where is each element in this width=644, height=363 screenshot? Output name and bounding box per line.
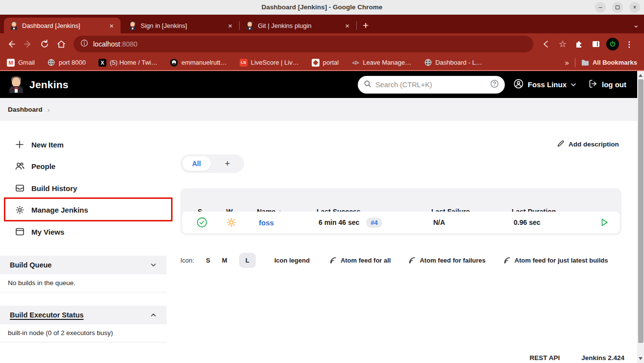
scroll-up-icon[interactable] bbox=[637, 72, 644, 79]
all-bookmarks-button[interactable]: All Bookmarks bbox=[581, 59, 637, 67]
address-bar[interactable]: localhost:8080 bbox=[74, 36, 533, 52]
new-tab-button[interactable]: + bbox=[357, 20, 374, 31]
toolbar-actions: ☆ ⋮ bbox=[538, 36, 637, 52]
share-icon[interactable] bbox=[538, 36, 554, 52]
bookmarks-overflow-chevron[interactable]: » bbox=[565, 58, 569, 67]
tab-close-icon[interactable]: × bbox=[343, 22, 351, 30]
atom-feed-all-link[interactable]: Atom feed for all bbox=[329, 256, 391, 264]
close-button[interactable]: × bbox=[629, 2, 640, 13]
jenkins-favicon-icon bbox=[128, 22, 137, 30]
icon-size-small[interactable]: S bbox=[206, 257, 210, 264]
user-menu[interactable]: Foss Linux bbox=[513, 78, 576, 91]
browser-toolbar: localhost:8080 ☆ ⋮ bbox=[0, 33, 644, 55]
user-name: Foss Linux bbox=[528, 80, 567, 89]
sidebar-item-people[interactable]: People bbox=[0, 158, 167, 174]
new-view-button[interactable]: + bbox=[211, 159, 244, 169]
build-executor-status-header[interactable]: Build Executor Status bbox=[0, 306, 167, 324]
chrome-menu-kebab-icon[interactable]: ⋮ bbox=[621, 36, 637, 52]
extensions-puzzle-icon[interactable] bbox=[571, 36, 587, 52]
page-scrollbar[interactable] bbox=[637, 71, 644, 363]
icon-legend-link[interactable]: Icon legend bbox=[274, 257, 310, 264]
rss-icon bbox=[329, 256, 337, 264]
icon-size-label: Icon: bbox=[180, 257, 194, 264]
scroll-down-icon[interactable] bbox=[637, 355, 644, 362]
bookmark-twitter-home[interactable]: X (5) Home / Twi… bbox=[99, 59, 157, 67]
portal-icon bbox=[312, 59, 320, 67]
bookmark-port-8000[interactable]: port 8000 bbox=[48, 59, 86, 67]
sidebar-item-new-item[interactable]: New Item bbox=[0, 136, 167, 153]
rest-api-link[interactable]: REST API bbox=[529, 354, 560, 362]
pencil-icon bbox=[557, 140, 565, 149]
jenkins-header: Jenkins Foss Linux bbox=[0, 71, 637, 98]
atom-feed-latest-link[interactable]: Atom feed for just latest builds bbox=[503, 256, 608, 264]
screen: Dashboard [Jenkins] - Google Chrome – × … bbox=[0, 0, 644, 363]
atom-feed-failures-link[interactable]: Atom feed for failures bbox=[408, 256, 485, 264]
globe-icon bbox=[48, 59, 55, 67]
breadcrumb-dashboard[interactable]: Dashboard bbox=[8, 106, 43, 113]
bookmark-github-profile[interactable]: emmanuelrutt… bbox=[170, 59, 226, 67]
tab-strip: Dashboard [Jenkins] × Sign in [Jenkins] … bbox=[0, 15, 644, 33]
chevron-up-icon[interactable] bbox=[150, 312, 157, 318]
status-success-icon[interactable] bbox=[195, 212, 209, 233]
x-icon: X bbox=[99, 59, 106, 67]
side-panel-icon[interactable] bbox=[588, 36, 604, 52]
sidebar-item-build-history[interactable]: Build History bbox=[0, 180, 167, 196]
bookmark-star-icon[interactable]: ☆ bbox=[555, 36, 570, 52]
last-failure-value: N/A bbox=[433, 218, 445, 226]
forward-icon[interactable] bbox=[20, 36, 36, 52]
rss-icon bbox=[408, 256, 416, 264]
search-help-icon[interactable] bbox=[490, 79, 499, 90]
tab-search-chevron-icon[interactable]: ⌄ bbox=[633, 21, 639, 29]
back-icon[interactable] bbox=[3, 36, 20, 52]
archive-icon bbox=[15, 183, 25, 193]
window-controls: – × bbox=[595, 2, 640, 13]
bookmark-dashboard[interactable]: Dashboard - L… bbox=[424, 59, 482, 67]
jenkins-page: Jenkins Foss Linux bbox=[0, 71, 644, 363]
add-description-button[interactable]: Add description bbox=[557, 140, 619, 149]
legend-bar: Icon: S M L Icon legend Atom feed for al… bbox=[180, 253, 621, 267]
tab-sign-in-jenkins[interactable]: Sign in [Jenkins] × bbox=[123, 18, 239, 33]
search-input[interactable] bbox=[375, 81, 486, 89]
plus-icon bbox=[15, 140, 25, 149]
jenkins-version[interactable]: Jenkins 2.424 bbox=[581, 354, 624, 362]
site-info-icon[interactable] bbox=[80, 39, 88, 49]
window-icon bbox=[15, 227, 25, 237]
job-link-foss[interactable]: foss bbox=[259, 218, 274, 227]
tab-close-icon[interactable]: × bbox=[226, 22, 234, 30]
icon-size-medium[interactable]: M bbox=[222, 257, 227, 264]
chevron-down-icon[interactable] bbox=[150, 262, 157, 268]
bookmark-portal[interactable]: portal bbox=[312, 59, 339, 67]
bookmark-leave-management[interactable]: </> Leave Manage… bbox=[351, 59, 411, 67]
window-titlebar: Dashboard [Jenkins] - Google Chrome – × bbox=[0, 0, 644, 15]
livescore-icon: LS bbox=[240, 59, 248, 67]
rss-icon bbox=[503, 256, 511, 264]
reload-icon[interactable] bbox=[36, 36, 53, 52]
jenkins-brand[interactable]: Jenkins bbox=[29, 79, 69, 91]
global-search[interactable] bbox=[358, 76, 505, 94]
last-success-value: 6 min 46 sec bbox=[319, 218, 359, 226]
executor-node-text[interactable]: built-in node (0 of 2 executors busy) bbox=[8, 329, 113, 337]
tab-close-icon[interactable]: × bbox=[107, 22, 116, 30]
maximize-button[interactable] bbox=[612, 2, 623, 13]
jenkins-logo[interactable] bbox=[8, 76, 25, 93]
breadcrumb: Dashboard › bbox=[0, 98, 637, 121]
build-number-badge[interactable]: #4 bbox=[366, 218, 382, 228]
build-queue-header[interactable]: Build Queue bbox=[0, 256, 167, 274]
bookmark-livescore[interactable]: LS LiveScore | Liv… bbox=[240, 59, 299, 67]
weather-sunny-icon[interactable] bbox=[224, 212, 238, 233]
profile-avatar[interactable] bbox=[605, 36, 620, 52]
sidebar-item-my-views[interactable]: My Views bbox=[0, 223, 167, 240]
people-icon bbox=[15, 161, 25, 171]
logout-button[interactable]: log out bbox=[588, 79, 626, 90]
bookmark-gmail[interactable]: M Gmail bbox=[7, 59, 35, 67]
icon-size-large[interactable]: L bbox=[239, 253, 256, 268]
view-tab-all[interactable]: All bbox=[182, 156, 211, 171]
bookmarks-divider bbox=[575, 58, 575, 67]
run-build-button[interactable] bbox=[597, 212, 612, 233]
breadcrumb-chevron-icon: › bbox=[48, 105, 50, 114]
tab-git-jenkins-plugin[interactable]: Git | Jenkins plugin × bbox=[240, 18, 356, 33]
tab-dashboard-jenkins[interactable]: Dashboard [Jenkins] × bbox=[4, 18, 121, 33]
minimize-button[interactable]: – bbox=[595, 2, 606, 13]
scrollbar-thumb[interactable] bbox=[638, 79, 644, 343]
home-icon[interactable] bbox=[53, 36, 70, 52]
